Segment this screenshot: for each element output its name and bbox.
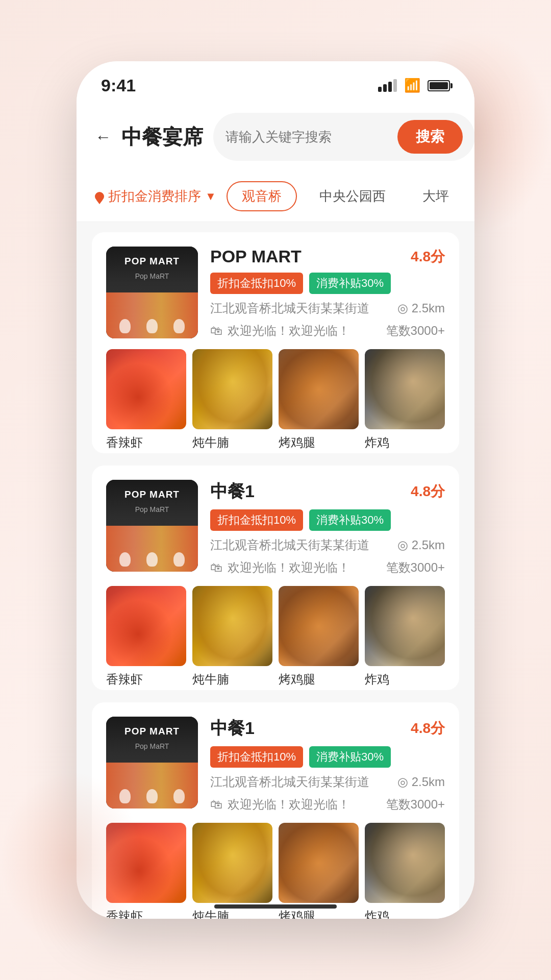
food-item-1-3[interactable]: 炸鸡 ¥125 ¥ <box>365 586 445 690</box>
area-tab-daping[interactable]: 大坪 <box>408 182 456 210</box>
card-header-2: 中餐1 4.8分 折扣金抵扣10% 消费补贴30% 江北观音桥北城天街某某街道 … <box>106 717 445 813</box>
food-image-2-2 <box>279 823 359 903</box>
tag-discount-1: 折扣金抵扣10% <box>210 509 303 531</box>
food-item-1-1[interactable]: 炖牛腩 ¥125 ¥200 <box>192 586 272 690</box>
welcome-row-2: 🛍 欢迎光临！欢迎光临！ 笔数3000+ <box>210 796 445 813</box>
distance-1: ◎ 2.5km <box>397 538 445 552</box>
card-top-row-0: POP MART 4.8分 <box>210 247 445 266</box>
store-image-1 <box>106 480 198 572</box>
page-header: ← 中餐宴席 搜索 <box>77 104 474 173</box>
restaurant-logo-0 <box>106 247 198 338</box>
rating-2: 4.8分 <box>411 719 445 738</box>
status-bar: 9:41 📶 <box>77 61 474 104</box>
food-name-1-1: 炖牛腩 <box>192 671 272 688</box>
food-item-0-0[interactable]: 香辣虾 ¥125 ¥200 <box>106 349 186 453</box>
food-image-0-2 <box>279 349 359 429</box>
store-image-2 <box>106 717 198 808</box>
restaurant-card-1[interactable]: 中餐1 4.8分 折扣金抵扣10% 消费补贴30% 江北观音桥北城天街某某街道 … <box>92 465 459 690</box>
rating-1: 4.8分 <box>411 482 445 501</box>
distance-0: ◎ 2.5km <box>397 301 445 315</box>
card-top-row-1: 中餐1 4.8分 <box>210 480 445 503</box>
rating-0: 4.8分 <box>411 247 445 266</box>
search-bar: 搜索 <box>213 113 474 161</box>
search-button[interactable]: 搜索 <box>397 120 463 154</box>
food-image-1-1 <box>192 586 272 666</box>
food-item-1-0[interactable]: 香辣虾 ¥125 ¥200 <box>106 586 186 690</box>
bag-icon-1: 🛍 <box>210 560 222 575</box>
page-title: 中餐宴席 <box>121 123 203 151</box>
food-item-2-3[interactable]: 炸鸡 ¥125 ¥ <box>365 823 445 919</box>
battery-icon <box>428 80 450 91</box>
card-info-2: 中餐1 4.8分 折扣金抵扣10% 消费补贴30% 江北观音桥北城天街某某街道 … <box>210 717 445 813</box>
restaurant-logo-1 <box>106 480 198 572</box>
food-name-2-3: 炸鸡 <box>365 908 445 919</box>
area-tab-central-park[interactable]: 中央公园西 <box>305 182 400 210</box>
food-image-1-2 <box>279 586 359 666</box>
distance-2: ◎ 2.5km <box>397 775 445 789</box>
card-info-1: 中餐1 4.8分 折扣金抵扣10% 消费补贴30% 江北观音桥北城天街某某街道 … <box>210 480 445 576</box>
restaurant-name-0: POP MART <box>210 247 302 266</box>
restaurant-list: POP MART 4.8分 折扣金抵扣10% 消费补贴30% 江北观音桥北城天街… <box>77 222 474 919</box>
food-name-1-3: 炸鸡 <box>365 671 445 688</box>
address-text-2: 江北观音桥北城天街某某街道 <box>210 774 369 790</box>
food-name-0-2: 烤鸡腿 <box>279 434 359 451</box>
tag-discount-2: 折扣金抵扣10% <box>210 746 303 768</box>
food-name-1-0: 香辣虾 <box>106 671 186 688</box>
area-tabs: 观音桥 中央公园西 大坪 杨家 <box>227 181 456 211</box>
card-top-row-2: 中餐1 4.8分 <box>210 717 445 740</box>
food-image-1-3 <box>365 586 445 666</box>
restaurant-card-2[interactable]: 中餐1 4.8分 折扣金抵扣10% 消费补贴30% 江北观音桥北城天街某某街道 … <box>92 702 459 919</box>
sort-filter[interactable]: 折扣金消费排序 ▼ <box>95 187 216 205</box>
store-figures <box>106 319 198 333</box>
status-time: 9:41 <box>101 76 136 95</box>
food-item-0-3[interactable]: 炸鸡 ¥125 ¥ <box>365 349 445 453</box>
tag-subsidy-1: 消费补贴30% <box>309 509 391 531</box>
food-item-2-0[interactable]: 香辣虾 ¥125 ¥200 <box>106 823 186 919</box>
filter-bar: 折扣金消费排序 ▼ 观音桥 中央公园西 大坪 杨家 <box>77 173 474 222</box>
area-tab-guanyin[interactable]: 观音桥 <box>227 181 297 211</box>
food-image-0-1 <box>192 349 272 429</box>
food-item-0-2[interactable]: 烤鸡腿 ¥125 ¥200 <box>279 349 359 453</box>
back-button[interactable]: ← <box>95 128 111 146</box>
food-name-0-3: 炸鸡 <box>365 434 445 451</box>
card-info-0: POP MART 4.8分 折扣金抵扣10% 消费补贴30% 江北观音桥北城天街… <box>210 247 445 339</box>
food-image-2-3 <box>365 823 445 903</box>
address-text-0: 江北观音桥北城天街某某街道 <box>210 300 369 316</box>
food-image-0-3 <box>365 349 445 429</box>
address-row-1: 江北观音桥北城天街某某街道 ◎ 2.5km <box>210 537 445 553</box>
food-image-1-0 <box>106 586 186 666</box>
food-name-2-1: 炖牛腩 <box>192 908 272 919</box>
chevron-down-icon: ▼ <box>205 190 216 203</box>
food-name-2-2: 烤鸡腿 <box>279 908 359 919</box>
welcome-row-0: 🛍 欢迎光临！欢迎光临！ 笔数3000+ <box>210 323 445 339</box>
restaurant-name-2: 中餐1 <box>210 717 255 740</box>
food-item-1-2[interactable]: 烤鸡腿 ¥125 ¥200 <box>279 586 359 690</box>
welcome-text-0: 🛍 欢迎光临！欢迎光临！ <box>210 323 350 339</box>
welcome-row-1: 🛍 欢迎光临！欢迎光临！ 笔数3000+ <box>210 559 445 576</box>
count-text-1: 笔数3000+ <box>386 559 445 576</box>
welcome-text-2: 🛍 欢迎光临！欢迎光临！ <box>210 796 350 813</box>
bag-icon-0: 🛍 <box>210 324 222 338</box>
status-icons: 📶 <box>378 78 450 93</box>
count-text-2: 笔数3000+ <box>386 796 445 813</box>
card-header-0: POP MART 4.8分 折扣金抵扣10% 消费补贴30% 江北观音桥北城天街… <box>106 247 445 339</box>
food-name-1-2: 烤鸡腿 <box>279 671 359 688</box>
food-item-0-1[interactable]: 炖牛腩 ¥125 ¥200 <box>192 349 272 453</box>
phone-frame: 9:41 📶 ← 中餐宴席 搜索 折扣金消费排序 ▼ 观音桥 <box>77 61 474 919</box>
food-grid-0: 香辣虾 ¥125 ¥200 炖牛腩 ¥125 ¥200 烤鸡腿 ¥125 ¥20… <box>106 349 445 453</box>
food-grid-1: 香辣虾 ¥125 ¥200 炖牛腩 ¥125 ¥200 烤鸡腿 ¥125 ¥20… <box>106 586 445 690</box>
signal-icon <box>378 79 397 92</box>
food-name-2-0: 香辣虾 <box>106 908 186 919</box>
welcome-text-1: 🛍 欢迎光临！欢迎光临！ <box>210 559 350 576</box>
store-figures <box>106 552 198 567</box>
search-input[interactable] <box>226 129 391 145</box>
restaurant-logo-2 <box>106 717 198 808</box>
sort-label: 折扣金消费排序 <box>108 187 201 205</box>
restaurant-card-0[interactable]: POP MART 4.8分 折扣金抵扣10% 消费补贴30% 江北观音桥北城天街… <box>92 232 459 453</box>
restaurant-name-1: 中餐1 <box>210 480 255 503</box>
food-image-2-1 <box>192 823 272 903</box>
wifi-icon: 📶 <box>404 78 420 93</box>
tags-row-2: 折扣金抵扣10% 消费补贴30% <box>210 746 445 768</box>
address-text-1: 江北观音桥北城天街某某街道 <box>210 537 369 553</box>
address-row-0: 江北观音桥北城天街某某街道 ◎ 2.5km <box>210 300 445 316</box>
